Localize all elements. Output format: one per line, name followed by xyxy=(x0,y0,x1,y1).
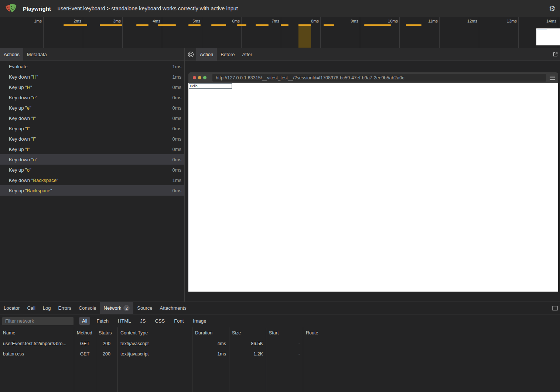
table-cell: 200 xyxy=(96,341,117,346)
timeline-action-bar[interactable] xyxy=(100,24,122,26)
snapshot-page[interactable] xyxy=(188,83,558,292)
tab-label: Call xyxy=(27,305,35,311)
traffic-green-icon xyxy=(203,76,206,79)
action-list-item[interactable]: Key down "o"0ms xyxy=(0,154,184,165)
action-list-item[interactable]: Key up "Backspace"0ms xyxy=(0,185,184,196)
action-list-item[interactable]: Key up "l"0ms xyxy=(0,123,184,134)
timeline-action-bar[interactable] xyxy=(136,24,148,26)
timeline-gridline xyxy=(439,17,440,48)
filter-chip-all[interactable]: All xyxy=(79,317,90,325)
timeline-tick-label: 8ms xyxy=(297,19,319,23)
timeline-action-bar[interactable] xyxy=(256,24,269,26)
timeline-action-bar[interactable] xyxy=(324,24,334,26)
action-list-item[interactable]: Key up "l"0ms xyxy=(0,144,184,154)
timeline-action-bar[interactable] xyxy=(158,24,176,26)
table-cell: 4ms xyxy=(192,341,229,346)
timeline-selected-action-bar[interactable] xyxy=(298,24,311,48)
timeline-action-bar[interactable] xyxy=(281,24,288,26)
filter-chip-js[interactable]: JS xyxy=(137,317,148,325)
timeline-action-bar[interactable] xyxy=(211,24,226,26)
filter-chip-fetch[interactable]: Fetch xyxy=(93,317,112,325)
table-cell: button.css xyxy=(0,351,74,357)
column-header[interactable]: Content Type xyxy=(117,330,192,336)
action-param-quote: " xyxy=(30,105,31,111)
tab-action[interactable]: Action xyxy=(196,48,217,61)
filter-chip-font[interactable]: Font xyxy=(171,317,187,325)
column-header[interactable]: Method xyxy=(74,330,96,336)
action-list-item[interactable]: Evaluate1ms xyxy=(0,61,184,72)
timeline-gridline xyxy=(43,17,44,48)
filter-chip-image[interactable]: Image xyxy=(190,317,209,325)
column-header[interactable]: Size xyxy=(229,330,266,336)
filter-network-input[interactable] xyxy=(2,317,74,325)
column-header[interactable]: Route xyxy=(303,330,560,336)
tab-network[interactable]: Network2 xyxy=(100,302,134,314)
timeline-tick-label: 13ms xyxy=(495,19,517,23)
action-list-item[interactable]: Key up "o"0ms xyxy=(0,165,184,175)
table-column-separator xyxy=(96,327,96,392)
action-duration: 0ms xyxy=(172,188,181,193)
table-column-separator xyxy=(229,327,229,392)
column-header[interactable]: Status xyxy=(96,330,117,336)
settings-gear-icon[interactable]: ⚙ xyxy=(549,5,556,12)
action-list-item[interactable]: Key down "l"0ms xyxy=(0,134,184,144)
tab-log[interactable]: Log xyxy=(39,302,55,314)
timeline-gridline xyxy=(360,17,360,48)
action-duration: 0ms xyxy=(172,157,181,162)
column-header[interactable]: Duration xyxy=(192,330,229,336)
tab-label: Action xyxy=(200,52,213,57)
timeline-tick-label: 11ms xyxy=(416,19,438,23)
table-cell: GET xyxy=(74,351,96,357)
timeline-gridline xyxy=(202,17,202,48)
tab-errors[interactable]: Errors xyxy=(54,302,75,314)
action-param-quote: " xyxy=(57,178,58,183)
snapshot-text-input[interactable] xyxy=(189,83,232,89)
column-header[interactable]: Name xyxy=(0,330,74,336)
table-row[interactable]: button.cssGET200text/javascript1ms1.2K- xyxy=(0,349,560,359)
action-name: Key up " xyxy=(9,85,27,90)
column-header[interactable]: Start xyxy=(266,330,303,336)
timeline-action-bar[interactable] xyxy=(406,24,421,26)
tab-label: Network xyxy=(104,305,122,311)
filter-chip-css[interactable]: CSS xyxy=(152,317,168,325)
tab-actions[interactable]: Actions xyxy=(0,48,23,61)
timeline-action-bar[interactable] xyxy=(237,24,246,26)
action-list-item[interactable]: Key down "e"0ms xyxy=(0,92,184,103)
tab-label: Locator xyxy=(4,305,20,311)
timeline-action-bar[interactable] xyxy=(364,24,391,26)
tab-metadata[interactable]: Metadata xyxy=(23,48,51,61)
action-duration: 1ms xyxy=(172,64,181,69)
action-list-item[interactable]: Key down "H"1ms xyxy=(0,72,184,82)
timeline[interactable]: 1ms2ms3ms4ms5ms6ms7ms8ms9ms10ms11ms12ms1… xyxy=(0,17,560,48)
tab-after[interactable]: After xyxy=(238,48,256,61)
action-list-item[interactable]: Key down "l"0ms xyxy=(0,113,184,123)
action-param: e xyxy=(27,105,30,111)
tab-attachments[interactable]: Attachments xyxy=(156,302,190,314)
external-link-icon[interactable] xyxy=(553,52,558,57)
action-list-item[interactable]: Key up "e"0ms xyxy=(0,103,184,113)
table-cell: 200 xyxy=(96,351,117,357)
tab-source[interactable]: Source xyxy=(133,302,156,314)
tab-before[interactable]: Before xyxy=(217,48,238,61)
tab-locator[interactable]: Locator xyxy=(0,302,23,314)
tab-call[interactable]: Call xyxy=(23,302,39,314)
action-name: Key up " xyxy=(9,147,27,152)
action-param-quote: " xyxy=(30,167,31,173)
table-row[interactable]: userEvent.test.ts?import&bro...GET200tex… xyxy=(0,338,560,349)
tab-console[interactable]: Console xyxy=(75,302,100,314)
action-param: H xyxy=(33,74,36,80)
split-view-icon[interactable] xyxy=(552,306,558,310)
app-title: Playwright xyxy=(23,6,51,12)
action-param-quote: " xyxy=(50,188,52,193)
timeline-tick-label: 14ms xyxy=(535,19,556,23)
page-snapshot[interactable]: http://127.0.0.1:63315/__vitest_test__/?… xyxy=(188,72,558,292)
filter-chip-html[interactable]: HTML xyxy=(115,317,134,325)
timeline-action-bar[interactable] xyxy=(188,24,201,26)
action-list-item[interactable]: Key down "Backspace"1ms xyxy=(0,175,184,185)
tab-label: Source xyxy=(137,305,152,311)
action-param-quote: " xyxy=(34,136,36,142)
action-list-item[interactable]: Key up "H"0ms xyxy=(0,82,184,92)
timeline-action-bar[interactable] xyxy=(64,24,87,26)
panel-divider[interactable] xyxy=(184,48,185,302)
target-icon[interactable] xyxy=(188,51,194,58)
